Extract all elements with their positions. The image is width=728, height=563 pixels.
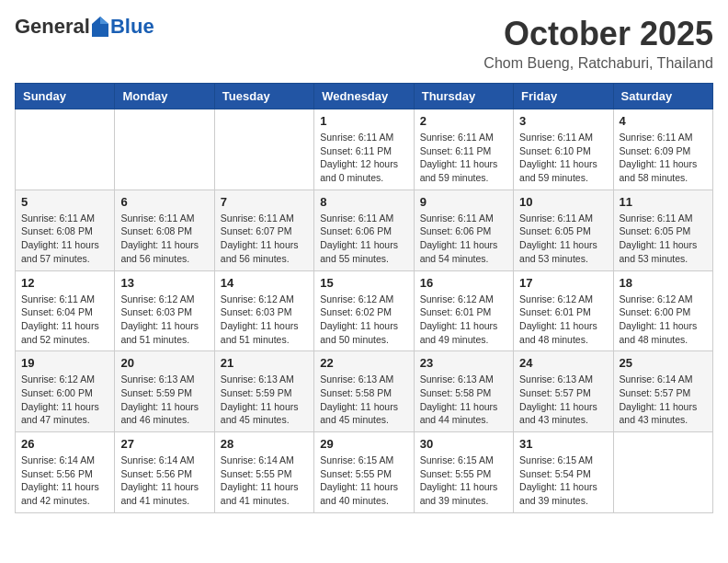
day-number: 4: [620, 114, 707, 128]
calendar-cell: 14Sunrise: 6:12 AMSunset: 6:03 PMDayligh…: [214, 270, 313, 351]
day-info: Sunrise: 6:13 AMSunset: 5:59 PMDaylight:…: [221, 373, 308, 427]
calendar-cell: 23Sunrise: 6:13 AMSunset: 5:58 PMDayligh…: [414, 351, 513, 432]
logo: General Blue: [15, 15, 154, 39]
calendar-cell: [16, 109, 115, 190]
svg-marker-1: [100, 17, 108, 24]
calendar-cell: 18Sunrise: 6:12 AMSunset: 6:00 PMDayligh…: [613, 270, 712, 351]
day-info: Sunrise: 6:12 AMSunset: 6:01 PMDaylight:…: [420, 293, 507, 347]
day-info: Sunrise: 6:11 AMSunset: 6:04 PMDaylight:…: [21, 293, 108, 347]
day-number: 10: [519, 195, 607, 209]
calendar-cell: 21Sunrise: 6:13 AMSunset: 5:59 PMDayligh…: [214, 351, 313, 432]
calendar-cell: 2Sunrise: 6:11 AMSunset: 6:11 PMDaylight…: [414, 109, 513, 190]
logo-blue-text: Blue: [110, 15, 154, 39]
day-info: Sunrise: 6:11 AMSunset: 6:05 PMDaylight:…: [620, 212, 707, 266]
day-number: 24: [519, 356, 607, 370]
day-number: 29: [320, 437, 407, 451]
calendar-cell: 19Sunrise: 6:12 AMSunset: 6:00 PMDayligh…: [16, 351, 115, 432]
day-number: 16: [420, 276, 507, 290]
logo-icon: [92, 17, 108, 37]
day-info: Sunrise: 6:11 AMSunset: 6:06 PMDaylight:…: [420, 212, 507, 266]
calendar-cell: 25Sunrise: 6:14 AMSunset: 5:57 PMDayligh…: [613, 351, 712, 432]
day-info: Sunrise: 6:13 AMSunset: 5:58 PMDaylight:…: [420, 373, 507, 427]
weekday-header-wednesday: Wednesday: [314, 84, 414, 109]
day-info: Sunrise: 6:13 AMSunset: 5:59 PMDaylight:…: [120, 373, 208, 427]
calendar-cell: 26Sunrise: 6:14 AMSunset: 5:56 PMDayligh…: [16, 432, 115, 513]
weekday-header-monday: Monday: [115, 84, 214, 109]
day-info: Sunrise: 6:14 AMSunset: 5:55 PMDaylight:…: [221, 454, 308, 508]
day-number: 22: [320, 356, 407, 370]
calendar-cell: 31Sunrise: 6:15 AMSunset: 5:54 PMDayligh…: [514, 432, 613, 513]
day-number: 28: [221, 437, 308, 451]
page-header: General Blue October 2025 Chom Bueng, Ra…: [15, 15, 713, 72]
weekday-header-sunday: Sunday: [16, 84, 115, 109]
day-number: 31: [519, 437, 607, 451]
day-info: Sunrise: 6:12 AMSunset: 6:03 PMDaylight:…: [120, 293, 208, 347]
calendar-cell: 1Sunrise: 6:11 AMSunset: 6:11 PMDaylight…: [314, 109, 414, 190]
title-area: October 2025 Chom Bueng, Ratchaburi, Tha…: [483, 15, 713, 72]
day-number: 30: [420, 437, 507, 451]
calendar-cell: 11Sunrise: 6:11 AMSunset: 6:05 PMDayligh…: [613, 190, 712, 270]
calendar-cell: [613, 432, 712, 513]
day-number: 5: [21, 195, 108, 209]
day-info: Sunrise: 6:15 AMSunset: 5:55 PMDaylight:…: [320, 454, 407, 508]
calendar-cell: 16Sunrise: 6:12 AMSunset: 6:01 PMDayligh…: [414, 270, 513, 351]
calendar-week-row: 5Sunrise: 6:11 AMSunset: 6:08 PMDaylight…: [16, 190, 713, 270]
logo-general-text: General: [15, 15, 90, 39]
day-info: Sunrise: 6:13 AMSunset: 5:57 PMDaylight:…: [519, 373, 607, 427]
calendar-cell: 4Sunrise: 6:11 AMSunset: 6:09 PMDaylight…: [613, 109, 712, 190]
day-info: Sunrise: 6:13 AMSunset: 5:58 PMDaylight:…: [320, 373, 407, 427]
calendar-cell: 7Sunrise: 6:11 AMSunset: 6:07 PMDaylight…: [214, 190, 313, 270]
calendar-table: SundayMondayTuesdayWednesdayThursdayFrid…: [15, 83, 713, 513]
weekday-header-tuesday: Tuesday: [214, 84, 313, 109]
weekday-header-saturday: Saturday: [613, 84, 712, 109]
day-number: 3: [519, 114, 607, 128]
day-number: 11: [620, 195, 707, 209]
calendar-cell: 10Sunrise: 6:11 AMSunset: 6:05 PMDayligh…: [514, 190, 613, 270]
day-number: 14: [221, 276, 308, 290]
day-info: Sunrise: 6:15 AMSunset: 5:54 PMDaylight:…: [519, 454, 607, 508]
day-number: 6: [120, 195, 208, 209]
day-number: 17: [519, 276, 607, 290]
calendar-cell: 30Sunrise: 6:15 AMSunset: 5:55 PMDayligh…: [414, 432, 513, 513]
day-info: Sunrise: 6:12 AMSunset: 6:03 PMDaylight:…: [221, 293, 308, 347]
calendar-cell: 12Sunrise: 6:11 AMSunset: 6:04 PMDayligh…: [16, 270, 115, 351]
day-number: 27: [120, 437, 208, 451]
calendar-week-row: 1Sunrise: 6:11 AMSunset: 6:11 PMDaylight…: [16, 109, 713, 190]
day-info: Sunrise: 6:12 AMSunset: 6:00 PMDaylight:…: [620, 293, 707, 347]
calendar-cell: 3Sunrise: 6:11 AMSunset: 6:10 PMDaylight…: [514, 109, 613, 190]
day-number: 7: [221, 195, 308, 209]
day-info: Sunrise: 6:12 AMSunset: 6:00 PMDaylight:…: [21, 373, 108, 427]
calendar-cell: 22Sunrise: 6:13 AMSunset: 5:58 PMDayligh…: [314, 351, 414, 432]
weekday-header-thursday: Thursday: [414, 84, 513, 109]
day-info: Sunrise: 6:11 AMSunset: 6:05 PMDaylight:…: [519, 212, 607, 266]
calendar-week-row: 26Sunrise: 6:14 AMSunset: 5:56 PMDayligh…: [16, 432, 713, 513]
calendar-cell: 5Sunrise: 6:11 AMSunset: 6:08 PMDaylight…: [16, 190, 115, 270]
day-info: Sunrise: 6:12 AMSunset: 6:01 PMDaylight:…: [519, 293, 607, 347]
calendar-cell: [214, 109, 313, 190]
day-info: Sunrise: 6:11 AMSunset: 6:07 PMDaylight:…: [221, 212, 308, 266]
calendar-cell: 17Sunrise: 6:12 AMSunset: 6:01 PMDayligh…: [514, 270, 613, 351]
day-info: Sunrise: 6:14 AMSunset: 5:56 PMDaylight:…: [21, 454, 108, 508]
day-info: Sunrise: 6:11 AMSunset: 6:06 PMDaylight:…: [320, 212, 407, 266]
day-number: 19: [21, 356, 108, 370]
day-info: Sunrise: 6:11 AMSunset: 6:08 PMDaylight:…: [21, 212, 108, 266]
day-info: Sunrise: 6:12 AMSunset: 6:02 PMDaylight:…: [320, 293, 407, 347]
calendar-cell: 27Sunrise: 6:14 AMSunset: 5:56 PMDayligh…: [115, 432, 214, 513]
calendar-cell: 15Sunrise: 6:12 AMSunset: 6:02 PMDayligh…: [314, 270, 414, 351]
calendar-cell: 29Sunrise: 6:15 AMSunset: 5:55 PMDayligh…: [314, 432, 414, 513]
day-info: Sunrise: 6:11 AMSunset: 6:10 PMDaylight:…: [519, 131, 607, 185]
day-info: Sunrise: 6:11 AMSunset: 6:11 PMDaylight:…: [320, 131, 407, 185]
day-info: Sunrise: 6:14 AMSunset: 5:57 PMDaylight:…: [620, 373, 707, 427]
calendar-cell: 8Sunrise: 6:11 AMSunset: 6:06 PMDaylight…: [314, 190, 414, 270]
calendar-cell: 6Sunrise: 6:11 AMSunset: 6:08 PMDaylight…: [115, 190, 214, 270]
day-number: 8: [320, 195, 407, 209]
day-number: 2: [420, 114, 507, 128]
weekday-header-row: SundayMondayTuesdayWednesdayThursdayFrid…: [16, 84, 713, 109]
location-title: Chom Bueng, Ratchaburi, Thailand: [483, 55, 713, 72]
calendar-cell: [115, 109, 214, 190]
day-number: 23: [420, 356, 507, 370]
day-number: 25: [620, 356, 707, 370]
weekday-header-friday: Friday: [514, 84, 613, 109]
calendar-cell: 9Sunrise: 6:11 AMSunset: 6:06 PMDaylight…: [414, 190, 513, 270]
day-number: 12: [21, 276, 108, 290]
